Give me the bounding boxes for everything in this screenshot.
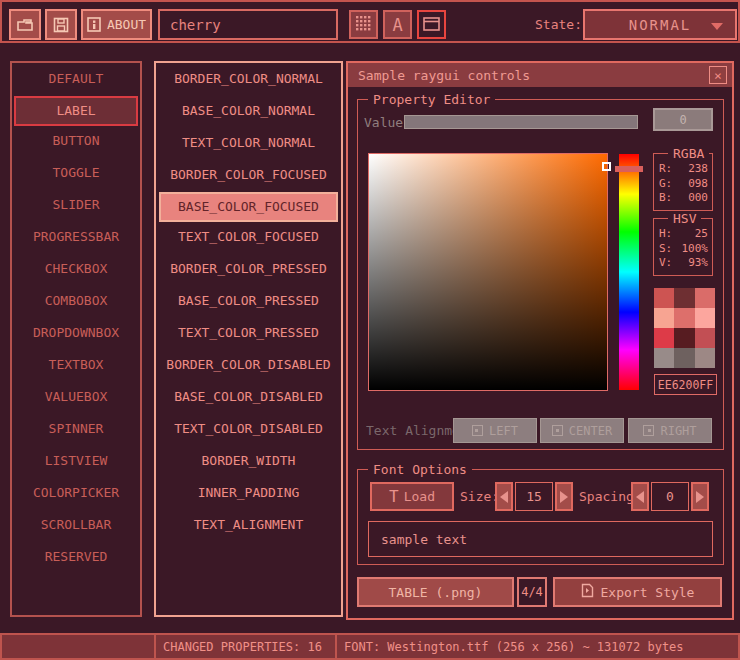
control-item-spinner[interactable]: SPINNER: [12, 414, 140, 446]
control-item-listview[interactable]: LISTVIEW: [12, 446, 140, 478]
style-table-button[interactable]: TABLE (.png): [357, 577, 514, 607]
status-changed-properties: CHANGED PROPERTIES: 16: [154, 635, 335, 658]
palette-cell[interactable]: [695, 288, 715, 308]
folder-open-icon: [16, 17, 34, 33]
control-item-button[interactable]: BUTTON: [12, 126, 140, 158]
palette-cell[interactable]: [654, 328, 674, 348]
control-item-dropdownbox[interactable]: DROPDOWNBOX: [12, 318, 140, 350]
palette-cell[interactable]: [695, 308, 715, 328]
control-item-checkbox[interactable]: CHECKBOX: [12, 254, 140, 286]
hsv-group-label: HSV: [668, 211, 701, 226]
property-item-border-color-disabled[interactable]: BORDER_COLOR_DISABLED: [156, 350, 341, 382]
hex-color-box[interactable]: EE6200FF: [654, 374, 717, 395]
control-item-scrollbar[interactable]: SCROLLBAR: [12, 510, 140, 542]
rgba-row-g: G:098: [654, 177, 712, 192]
property-item-base-color-pressed[interactable]: BASE_COLOR_PRESSED: [156, 286, 341, 318]
property-item-base-color-normal[interactable]: BASE_COLOR_NORMAL: [156, 96, 341, 128]
saturation-value: 100%: [682, 242, 709, 257]
window-icon: [423, 15, 440, 35]
control-item-default[interactable]: DEFAULT: [12, 64, 140, 96]
style-table-toggle-button[interactable]: [349, 10, 378, 39]
open-style-button[interactable]: [9, 9, 41, 40]
property-item-text-color-pressed[interactable]: TEXT_COLOR_PRESSED: [156, 318, 341, 350]
align-left-button[interactable]: LEFT: [453, 418, 537, 443]
spacing-decrement-button[interactable]: [631, 482, 649, 511]
palette-cell[interactable]: [695, 348, 715, 368]
control-item-reserved[interactable]: RESERVED: [12, 542, 140, 574]
property-item-text-alignment[interactable]: TEXT_ALIGNMENT: [156, 510, 341, 542]
size-value-box[interactable]: 15: [515, 482, 553, 511]
property-item-border-color-pressed[interactable]: BORDER_COLOR_PRESSED: [156, 254, 341, 286]
property-item-border-width[interactable]: BORDER_WIDTH: [156, 446, 341, 478]
controls-window-toggle-button[interactable]: [417, 10, 446, 39]
export-icon: [581, 583, 594, 601]
text-alignment-label: Text Alignment:: [366, 423, 454, 438]
font-atlas-toggle-button[interactable]: A: [383, 10, 412, 39]
control-item-slider[interactable]: SLIDER: [12, 190, 140, 222]
font-options-group-label: Font Options: [368, 462, 472, 477]
color-picker-cursor[interactable]: [602, 162, 611, 171]
floppy-save-icon: [53, 17, 69, 33]
size-decrement-button[interactable]: [495, 482, 513, 511]
blue-value: 000: [688, 191, 708, 206]
property-item-base-color-disabled[interactable]: BASE_COLOR_DISABLED: [156, 382, 341, 414]
property-item-border-color-normal[interactable]: BORDER_COLOR_NORMAL: [156, 64, 341, 96]
chevron-down-icon: [711, 23, 723, 30]
control-item-label[interactable]: LABEL: [14, 96, 138, 126]
palette-cell[interactable]: [674, 328, 694, 348]
green-value: 098: [688, 177, 708, 192]
hue-bar[interactable]: [618, 153, 640, 391]
property-item-text-color-focused[interactable]: TEXT_COLOR_FOCUSED: [156, 222, 341, 254]
hsv-row-s: S:100%: [654, 242, 712, 257]
property-item-base-color-focused[interactable]: BASE_COLOR_FOCUSED: [159, 192, 338, 222]
window-title: Sample raygui controls: [358, 68, 530, 83]
font-t-icon: T: [389, 487, 399, 506]
page-indicator[interactable]: 4/4: [517, 577, 547, 607]
spacing-value-box[interactable]: 0: [651, 482, 689, 511]
property-item-text-color-normal[interactable]: TEXT_COLOR_NORMAL: [156, 128, 341, 160]
control-item-toggle[interactable]: TOGGLE: [12, 158, 140, 190]
rgba-row-b: B:000: [654, 191, 712, 206]
palette-cell[interactable]: [674, 348, 694, 368]
style-name-input[interactable]: [158, 9, 338, 40]
palette-cell[interactable]: [695, 328, 715, 348]
size-increment-button[interactable]: [555, 482, 573, 511]
sample-controls-window: Sample raygui controls × Property Editor…: [346, 61, 734, 620]
control-item-colorpicker[interactable]: COLORPICKER: [12, 478, 140, 510]
font-load-button[interactable]: T Load: [370, 482, 454, 511]
arrow-right-icon: [560, 491, 568, 503]
value-brightness-value: 93%: [688, 256, 708, 271]
control-item-valuebox[interactable]: VALUEBOX: [12, 382, 140, 414]
load-button-label: Load: [404, 489, 435, 504]
palette-cell[interactable]: [654, 348, 674, 368]
properties-list: BORDER_COLOR_NORMALBASE_COLOR_NORMALTEXT…: [154, 61, 343, 617]
value-box[interactable]: 0: [653, 108, 713, 131]
export-style-button[interactable]: Export Style: [553, 577, 722, 607]
palette-cell[interactable]: [674, 308, 694, 328]
property-item-border-color-focused[interactable]: BORDER_COLOR_FOCUSED: [156, 160, 341, 192]
palette-cell[interactable]: [654, 308, 674, 328]
color-palette: [654, 288, 715, 368]
hue-cursor[interactable]: [615, 166, 643, 172]
window-titlebar[interactable]: Sample raygui controls: [348, 63, 732, 87]
sample-textbox[interactable]: sample text: [368, 521, 713, 557]
color-saturation-value-panel[interactable]: [368, 153, 608, 391]
align-center-button[interactable]: CENTER: [540, 418, 624, 443]
palette-cell[interactable]: [674, 288, 694, 308]
toolbar: ABOUT A State: NORMAL: [0, 0, 740, 43]
property-item-inner-padding[interactable]: INNER_PADDING: [156, 478, 341, 510]
property-editor-group-label: Property Editor: [368, 92, 495, 107]
window-close-button[interactable]: ×: [709, 66, 727, 84]
about-button[interactable]: ABOUT: [81, 9, 152, 40]
palette-cell[interactable]: [654, 288, 674, 308]
save-style-button[interactable]: [45, 9, 77, 40]
state-dropdown[interactable]: NORMAL: [583, 9, 737, 40]
control-item-progressbar[interactable]: PROGRESSBAR: [12, 222, 140, 254]
control-item-textbox[interactable]: TEXTBOX: [12, 350, 140, 382]
property-item-text-color-disabled[interactable]: TEXT_COLOR_DISABLED: [156, 414, 341, 446]
control-item-combobox[interactable]: COMBOBOX: [12, 286, 140, 318]
value-slider[interactable]: [404, 115, 638, 129]
value-box-text: 0: [679, 113, 686, 127]
spacing-increment-button[interactable]: [691, 482, 709, 511]
align-right-button[interactable]: RIGHT: [628, 418, 712, 443]
